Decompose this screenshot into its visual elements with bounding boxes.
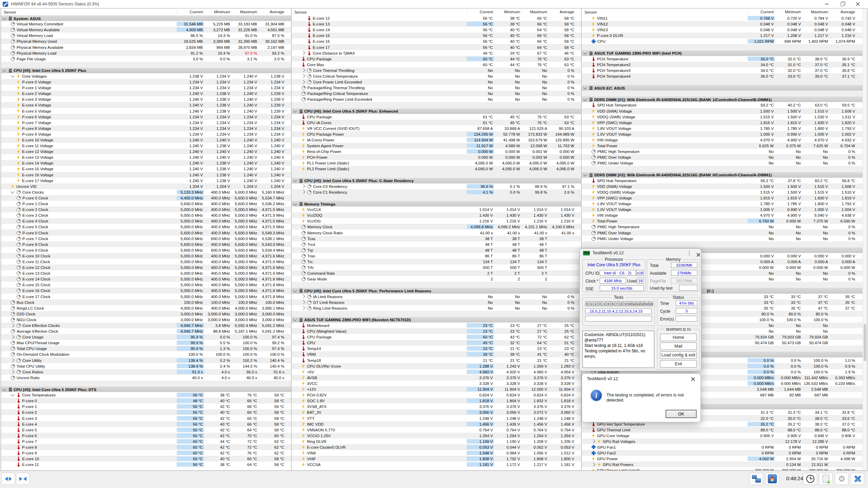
sensor-row[interactable]: Core Power Limit ExceededNoNoNo0 % (292, 79, 581, 85)
sensor-row[interactable]: VDD (SWA) Voltage1.500 V1.500 V1.515 V1.… (582, 108, 864, 114)
sensor-row[interactable]: P-core 8 Voltage1.234 V1.234 V1.234 V1.2… (1, 125, 291, 131)
sensor-row[interactable]: Core Distance to TjMAX49 °C29 °C67 °C46 … (292, 50, 581, 56)
chevron-right-icon[interactable] (301, 74, 305, 78)
sensor-row[interactable]: Max CPU/Thread Usage99.9 %5.5 %100.0 %99… (1, 340, 291, 346)
sensor-row[interactable]: E-core 16 Voltage1.240 V1.238 V1.240 V1.… (1, 172, 291, 178)
sensor-row[interactable]: E-core 256 °C40 °C66 °C58 °C (1, 409, 291, 415)
sensor-row[interactable]: E-core 1756 °C40 °C64 °C58 °C (292, 44, 581, 50)
sensor-row[interactable]: Package/Ring Thermal ThrottlingNoNoNo0 % (292, 85, 581, 91)
chevron-right-icon[interactable] (301, 51, 305, 55)
sensor-row[interactable]: 1.0V VOUT Voltage1.005 V0.990 V1.005 V1.… (582, 131, 864, 137)
column-header-current[interactable]: Current (177, 9, 204, 14)
sensor-row[interactable]: E-core 356 °C42 °C66 °C58 °C (1, 415, 291, 421)
sensor-row[interactable]: CPU IA Cores61 °C45 °C76 °C63 °C (292, 120, 581, 125)
sensor-row[interactable]: Package/Ring Critical TemperatureNoNoNo0… (292, 91, 581, 96)
sensor-row[interactable]: E-core 11 Clock5,000.0 MHz400.0 MHz5,000… (1, 259, 291, 265)
sensor-row[interactable]: SPD Hub Temperature59.2 °C40.2 °C63.0 °C… (582, 102, 864, 108)
sensor-row[interactable]: Core Voltages1.238 V1.234 V1.240 V1.238 … (1, 73, 291, 79)
sensor-row[interactable]: P-core 156 °C42 °C68 °C59 °C (1, 404, 291, 409)
sensor-row[interactable]: P-core 760 °C44 °C72 °C62 °C (1, 438, 291, 444)
sensor-row[interactable]: E-core 17 Voltage1.240 V1.238 V1.240 V1.… (1, 178, 291, 183)
sensor-row[interactable]: P-core 0 DLVR1.217 V1.208 V1.217 V1.216 … (582, 33, 864, 38)
sensor-row[interactable]: Memory Clock Ratio41.00 x41.00 x41.00 x4… (292, 230, 581, 235)
sensor-row[interactable]: VPP (SWC) Voltage1.815 V1.815 V1.830 V1.… (582, 195, 864, 201)
sensor-row[interactable]: Total CPU Usage95.9 %1.3 %100.0 %97.4 % (1, 346, 291, 351)
sensor-row[interactable]: Tcas38 T38 T38 T (292, 236, 581, 241)
sensor-row[interactable]: VIN91.048 V0.984 V1.056 V1.012 V (292, 450, 581, 456)
column-header-sensor[interactable]: Sensor (294, 10, 307, 14)
column-header-current[interactable]: Current (467, 9, 494, 14)
sensor-row[interactable]: 3VCC3.328 V3.328 V3.328 V3.328 V (292, 380, 581, 386)
sensor-row[interactable]: Total Power6.750 W0.000 W7.375 W6.590 W (582, 218, 864, 224)
chevron-right-icon[interactable] (11, 370, 14, 374)
sensor-row[interactable]: VDDQ (SWB) Voltage1.515 V1.500 V1.530 V1… (582, 114, 864, 120)
sensor-row[interactable]: CPU1,021 RPM696 RPM1,403 RPM1,074 RPM (582, 38, 864, 44)
sensor-row[interactable]: GPU Rail Voltages12.178 V12.285 V (582, 438, 864, 444)
column-header-sensor[interactable]: Sensor (584, 10, 597, 14)
sensor-row[interactable]: AVSB3.376 V3.376 V3.376 V3.376 V (292, 375, 581, 380)
sensor-row[interactable]: Core Ratios51.3 x4.0 x56.0 x51.6 x (1, 369, 291, 375)
column-header-maximum[interactable]: Maximum (802, 9, 829, 14)
chevron-right-icon[interactable] (11, 335, 14, 339)
sensor-row[interactable]: GPU Fan10 RPM0 RPM0 RPM0 RPM (582, 444, 864, 450)
chevron-down-icon[interactable] (11, 392, 14, 396)
section-header-row[interactable]: ASUS EC: ASUS (582, 85, 864, 91)
sensor-row[interactable]: PL1 Power Limit (Static)4,095.0 W4,095.0… (292, 160, 581, 166)
sensor-row[interactable]: E-core 456 °C40 °C66 °C58 °C (1, 421, 291, 427)
stress-test-button[interactable] (765, 473, 779, 485)
sensor-row[interactable]: Package/Ring Power Limit ExceededNoNoNo0… (292, 96, 581, 102)
sensor-row[interactable]: PMIC Under VoltageNoNoNo0 % (582, 160, 864, 166)
sensor-row[interactable]: Tras86 T86 T86 T (292, 253, 581, 259)
sensor-row[interactable]: Uncore Ratio40.0 x4.0 x40.0 x40.0 x (1, 375, 291, 380)
sensor-row[interactable]: E-core 11 Voltage1.240 V1.238 V1.240 V1.… (1, 143, 291, 149)
chevron-down-icon[interactable] (2, 68, 6, 72)
sensor-row[interactable]: E-core 13 Clock5,000.0 MHz400.0 MHz5,000… (1, 270, 291, 276)
sensor-row[interactable]: E-core 2 Voltage1.240 V1.238 V1.240 V1.2… (1, 91, 291, 96)
settings-button[interactable]: ⚙ (835, 473, 849, 485)
sensor-row[interactable]: VR VCC Current (SVID IOUT)87.658 A33.868… (292, 125, 581, 131)
test-select-button[interactable]: 13 (641, 301, 645, 306)
test-select-button[interactable]: 12 (636, 301, 640, 306)
sensor-row[interactable]: Bus Clock100.0 MHz100.0 MHz100.0 MHz100.… (1, 299, 291, 305)
sensor-row[interactable]: VCCSA1.181 V1.172 V1.217 V1.181 V (292, 462, 581, 467)
sensor-row[interactable]: Ring DLVR1.199 V1.190 V1.208 V1.205 V (292, 438, 581, 444)
sensor-row[interactable]: CPU Package Power134.295 W52.778 W172.83… (292, 131, 581, 137)
sensor-row[interactable]: E-core 14 Clock5,000.0 MHz400.0 MHz5,000… (1, 276, 291, 282)
sensor-row[interactable]: E-core 12 Clock5,000.0 MHz400.0 MHz5,000… (1, 265, 291, 270)
chevron-right-icon[interactable] (591, 463, 595, 466)
sensor-row[interactable]: P-core 656 °C42 °C70 °C60 °C (1, 433, 291, 438)
sensor-row[interactable]: +12V11.904 V11.904 V12.000 V11.904 V (292, 386, 581, 392)
section-header-row[interactable]: CPU [#0]: Intel Core Ultra 5 250KF Plus:… (292, 288, 581, 293)
test-select-button[interactable]: 9 (623, 301, 628, 306)
chevron-down-icon[interactable] (293, 317, 297, 321)
chevron-down-icon[interactable] (11, 190, 14, 193)
sensor-row[interactable]: Core Clocks5,133.3 MHz400.0 MHz5,600.0 M… (1, 189, 291, 195)
sensor-row[interactable]: D2D Clock3,000.0 MHz3,000.0 MHz3,000.0 M… (1, 311, 291, 317)
sensor-row[interactable]: Motherboard23 °C23 °C27 °C25 °C (292, 323, 581, 328)
sensor-row[interactable]: GPU Power4.092 W2.954 W20.716 W4.098 W (582, 456, 864, 462)
section-header-row[interactable]: CPU [#0]: Intel Core Ultra 5 250KF Plus:… (292, 108, 581, 114)
test-select-button[interactable]: 8 (619, 301, 623, 306)
sensor-row[interactable]: E-core 4 Voltage1.240 V1.238 V1.240 V1.2… (1, 102, 291, 108)
sensor-row[interactable]: 1.8V VOUT Voltage1.785 V1.785 V1.800 V1.… (582, 201, 864, 207)
sensor-row[interactable]: E-core 1556 °C40 °C66 °C58 °C (292, 33, 581, 38)
section-header-row[interactable]: System: ASUS (1, 15, 291, 21)
sensor-row[interactable]: PCH Temperature35.0 °C32.0 °C38.0 °C36.9… (582, 56, 864, 62)
sensor-row[interactable]: CPU DLVRin Vcore1.288 V1.243 V1.359 V1.2… (292, 363, 581, 369)
sensor-row[interactable]: VHIF1.808 V1.792 V1.808 V1.800 V (292, 456, 581, 462)
sensor-row[interactable]: VRM39 °C38 °C41 °C40 °C (292, 351, 581, 357)
collapse-columns-button[interactable] (16, 473, 30, 485)
sensor-row[interactable]: PL2 Power Limit (Static)4,095.0 W4,095.0… (292, 166, 581, 172)
sensor-row[interactable]: Core Temperatures56 °C38 °C76 °C59 °C (1, 392, 291, 398)
sensor-row[interactable]: System Agent Power11.917 W4.589 W12.008 … (292, 143, 581, 149)
sensor-row[interactable]: P-core 7 Clock5,600.0 MHz600.0 MHz5,600.… (1, 236, 291, 241)
sensor-row[interactable]: VccIOG1.216 V1.216 V1.216 V1.216 V (292, 218, 581, 224)
sensor-row[interactable]: E-core 12 Voltage1.240 V1.240 V1.240 V1.… (1, 149, 291, 154)
sensor-row[interactable]: GPU Core Voltage0.905 V0.905 V0.945 V0.9… (582, 433, 864, 438)
sensor-row[interactable]: CPU Package61 °C45 °C76 °C63 °C (292, 114, 581, 120)
sensor-row[interactable]: VTT1.248 V1.248 V1.248 V1.248 V (292, 415, 581, 421)
sensor-row[interactable]: P-core 0 Clock4,400.0 MHz400.0 MHz5,600.… (1, 195, 291, 201)
restore-icon[interactable] (837, 1, 848, 7)
sensor-row[interactable]: P-core 6 Voltage1.234 V1.234 V1.234 V1.2… (1, 114, 291, 120)
expand-columns-button[interactable] (1, 473, 15, 485)
